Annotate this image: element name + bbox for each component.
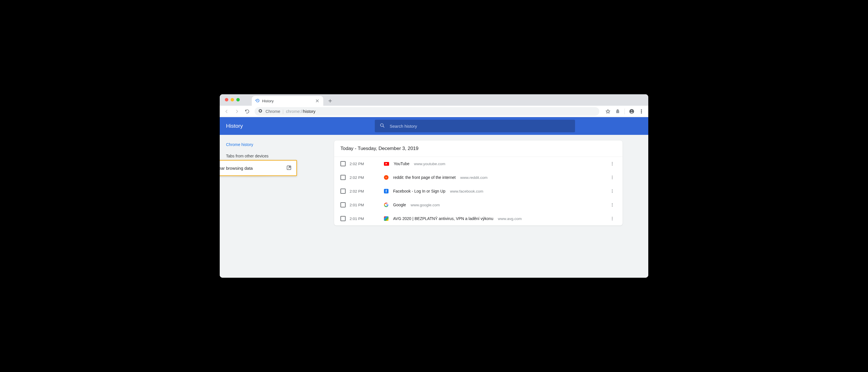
youtube-icon	[384, 162, 389, 166]
address-label: Chrome	[266, 109, 280, 114]
facebook-icon: f	[384, 189, 389, 194]
svg-point-19	[612, 190, 613, 190]
history-row[interactable]: 2:01 PMGooglewww.google.com	[334, 198, 623, 212]
row-menu-button[interactable]	[608, 214, 616, 223]
svg-point-24	[612, 206, 613, 206]
window-controls	[225, 98, 240, 101]
chrome-page-icon	[258, 109, 262, 114]
row-checkbox[interactable]	[340, 189, 346, 194]
forward-button[interactable]	[232, 107, 242, 116]
extension-icon[interactable]	[613, 107, 622, 116]
browser-window: History	[220, 94, 648, 278]
row-checkbox[interactable]	[340, 216, 346, 221]
row-checkbox[interactable]	[340, 161, 346, 166]
row-checkbox[interactable]	[340, 202, 346, 207]
history-favicon	[255, 98, 260, 104]
row-menu-button[interactable]	[608, 160, 616, 168]
kebab-menu-button[interactable]	[637, 107, 646, 116]
row-url: www.google.com	[410, 203, 440, 207]
svg-point-20	[612, 191, 613, 192]
history-row[interactable]: 2:02 PMYouTubewww.youtube.com	[334, 157, 623, 171]
svg-point-22	[612, 203, 613, 204]
row-time: 2:01 PM	[350, 203, 384, 207]
browser-toolbar: Chrome | chrome://history	[220, 106, 648, 117]
profile-button[interactable]	[627, 107, 636, 116]
clear-data-highlight: Clear browsing data	[220, 160, 297, 176]
svg-point-14	[386, 177, 386, 177]
row-title: AVG 2020 | BEZPLATNÝ antivirus, VPN a la…	[393, 216, 493, 221]
close-window-button[interactable]	[225, 98, 228, 101]
history-row[interactable]: 2:02 PMreddit: the front page of the int…	[334, 171, 623, 184]
row-url: www.avg.com	[498, 216, 522, 221]
history-main: Today - Tuesday, December 3, 2019 2:02 P…	[326, 135, 648, 278]
close-tab-button[interactable]	[315, 98, 320, 103]
svg-point-18	[612, 178, 613, 179]
reload-button[interactable]	[243, 107, 252, 116]
page-title: History	[226, 123, 375, 129]
svg-point-17	[612, 177, 613, 178]
row-time: 2:01 PM	[350, 216, 384, 221]
svg-point-5	[631, 110, 632, 111]
reddit-icon	[384, 175, 389, 180]
browser-tab[interactable]: History	[252, 96, 323, 106]
minimize-window-button[interactable]	[230, 98, 234, 101]
row-menu-button[interactable]	[608, 201, 616, 209]
tab-title: History	[262, 99, 274, 103]
row-url: www.facebook.com	[450, 189, 483, 194]
google-icon	[384, 203, 389, 207]
history-row[interactable]: 2:01 PMAVG 2020 | BEZPLATNÝ antivirus, V…	[334, 212, 623, 226]
tab-strip: History	[252, 94, 334, 106]
svg-point-8	[641, 112, 642, 113]
row-time: 2:02 PM	[350, 175, 384, 180]
fullscreen-window-button[interactable]	[236, 98, 240, 101]
history-row[interactable]: 2:02 PMfFacebook - Log In or Sign Upwww.…	[334, 184, 623, 198]
history-card: Today - Tuesday, December 3, 2019 2:02 P…	[334, 141, 623, 226]
bookmark-star-button[interactable]	[603, 107, 613, 116]
row-title: Facebook - Log In or Sign Up	[393, 189, 445, 194]
row-url: www.reddit.com	[460, 175, 488, 180]
svg-point-15	[386, 177, 387, 177]
address-path: history	[303, 109, 315, 114]
address-prefix: chrome://	[286, 109, 303, 114]
svg-point-16	[612, 176, 613, 176]
svg-point-21	[612, 192, 613, 193]
row-menu-button[interactable]	[608, 187, 616, 195]
history-card-header: Today - Tuesday, December 3, 2019	[334, 141, 623, 157]
svg-point-13	[612, 165, 613, 165]
history-header: History	[220, 117, 648, 135]
row-url: www.youtube.com	[414, 162, 445, 166]
search-input[interactable]	[390, 124, 570, 129]
svg-point-12	[612, 163, 613, 164]
new-tab-button[interactable]	[326, 97, 334, 105]
history-rows: 2:02 PMYouTubewww.youtube.com2:02 PMredd…	[334, 157, 623, 226]
row-menu-button[interactable]	[608, 173, 616, 181]
open-external-icon	[286, 165, 292, 171]
avg-icon	[384, 216, 389, 221]
svg-point-7	[641, 111, 642, 112]
row-time: 2:02 PM	[350, 189, 384, 194]
svg-point-2	[259, 110, 261, 111]
svg-point-9	[380, 124, 383, 127]
svg-point-26	[612, 218, 613, 219]
row-title: reddit: the front page of the internet	[393, 175, 456, 180]
history-body: Chrome history Tabs from other devices C…	[220, 135, 648, 278]
svg-point-25	[612, 217, 613, 217]
clear-browsing-data-button[interactable]: Clear browsing data	[220, 160, 297, 176]
svg-point-23	[612, 205, 613, 205]
svg-point-6	[641, 109, 642, 110]
search-box[interactable]	[375, 120, 575, 132]
clear-browsing-data-label: Clear browsing data	[220, 166, 253, 171]
svg-rect-3	[616, 110, 619, 113]
window-titlebar: History	[220, 94, 648, 106]
address-bar[interactable]: Chrome | chrome://history	[255, 107, 599, 116]
svg-point-11	[612, 162, 613, 163]
search-icon	[379, 123, 385, 129]
row-checkbox[interactable]	[340, 175, 346, 180]
svg-point-27	[612, 219, 613, 220]
row-title: YouTube	[394, 162, 409, 166]
sidebar: Chrome history Tabs from other devices C…	[220, 135, 326, 278]
sidebar-item-chrome-history[interactable]: Chrome history	[220, 139, 326, 150]
row-title: Google	[393, 203, 406, 207]
row-time: 2:02 PM	[350, 162, 384, 166]
back-button[interactable]	[222, 107, 231, 116]
